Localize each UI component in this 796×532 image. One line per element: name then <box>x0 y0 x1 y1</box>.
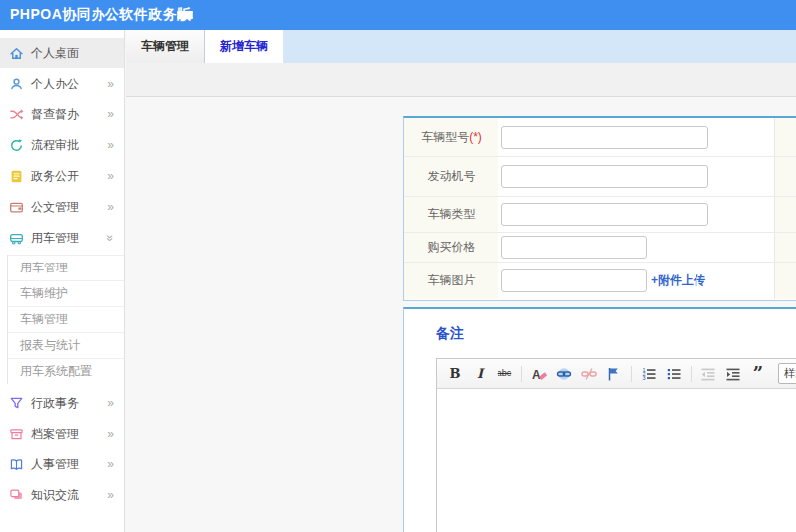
svg-text:A: A <box>532 367 541 381</box>
strike-icon: abc <box>498 369 512 378</box>
tab[interactable]: 新增车辆 <box>205 30 284 63</box>
sync-icon <box>9 138 24 153</box>
anchor-button[interactable] <box>604 365 624 383</box>
form-row: 购买价格 <box>404 233 796 263</box>
expand-arrow-icon <box>107 78 114 89</box>
sidebar-subitem[interactable]: 车辆维护 <box>8 280 124 306</box>
sidebar-item[interactable]: 人事管理 <box>0 449 124 479</box>
sidebar-item[interactable]: 个人办公 <box>0 69 124 98</box>
upload-attachment-link[interactable]: +附件上传 <box>651 272 705 289</box>
form-row: 发动机号 <box>404 157 796 197</box>
sidebar-subitem[interactable]: 用车管理 <box>8 255 124 280</box>
bus-icon <box>9 231 24 246</box>
expand-arrow-icon <box>107 170 114 182</box>
editor-content[interactable] <box>437 389 796 532</box>
menu-button[interactable] <box>177 6 197 24</box>
form-label-second-column <box>774 157 796 196</box>
sidebar-item-label: 档案管理 <box>31 426 79 443</box>
form-label: 车辆类型 <box>404 197 498 232</box>
book-icon <box>9 457 24 472</box>
sidebar-subitem-label: 报表与统计 <box>20 337 80 354</box>
form-label-second-column <box>774 197 796 232</box>
ordered-list-button[interactable]: 123 <box>639 365 659 383</box>
chat-icon <box>9 488 24 503</box>
unordered-list-button[interactable] <box>664 365 684 383</box>
strike-button[interactable]: abc <box>495 365 514 383</box>
form-input[interactable] <box>501 165 708 188</box>
sidebar-item[interactable]: 督查督办 <box>0 99 124 129</box>
home-icon <box>9 46 24 61</box>
notes-title: 备注 <box>436 325 796 343</box>
form-input-cell <box>498 197 774 232</box>
form-input[interactable] <box>501 236 647 259</box>
form-input-cell <box>498 157 774 196</box>
form-row: 车辆图片 +附件上传 <box>404 263 796 299</box>
italic-button[interactable]: I <box>470 365 490 383</box>
sidebar-item[interactable]: 档案管理 <box>0 419 124 448</box>
sidebar-subitem[interactable]: 车辆管理 <box>8 306 124 332</box>
sidebar-item-label: 督查督办 <box>31 106 79 123</box>
ordered-list-icon: 123 <box>641 366 657 382</box>
sidebar-subitem[interactable]: 用车系统配置 <box>8 358 124 384</box>
styles-dropdown[interactable]: 样式 ▾ <box>778 363 796 384</box>
expand-arrow-icon <box>107 397 114 409</box>
sidebar-item-label: 知识交流 <box>31 487 79 504</box>
unordered-list-icon <box>666 366 682 382</box>
notes-panel: 备注 B I abc <box>403 307 796 532</box>
sidebar-item-label: 个人办公 <box>31 76 79 92</box>
blockquote-icon: ” <box>753 370 763 378</box>
funnel-icon <box>9 396 24 411</box>
toolbar-separator <box>521 366 522 382</box>
expand-arrow-icon <box>107 201 114 213</box>
hamburger-icon <box>177 11 197 19</box>
sidebar-item[interactable]: 知识交流 <box>0 480 124 510</box>
expand-arrow-icon <box>107 489 114 501</box>
remove-format-icon: A <box>531 366 547 382</box>
sidebar-subitem-label: 用车系统配置 <box>20 363 92 380</box>
svg-text:3: 3 <box>643 375 646 381</box>
toolbar-separator <box>631 366 632 382</box>
archive-icon <box>9 427 24 442</box>
unlink-button[interactable] <box>579 365 599 383</box>
remove-format-button[interactable]: A <box>529 365 549 383</box>
expand-arrow-icon <box>107 458 114 470</box>
form-label: 发动机号 <box>404 157 498 196</box>
sidebar-subitem[interactable]: 报表与统计 <box>8 332 124 358</box>
app-title: PHPOA协同办公软件政务版 <box>10 6 192 24</box>
sidebar-item[interactable]: 行政事务 <box>0 388 124 418</box>
expand-arrow-icon <box>107 108 114 120</box>
form-label-second-column <box>774 263 796 299</box>
expand-arrow-icon <box>107 428 114 440</box>
sidebar-item-label: 流程审批 <box>31 137 79 154</box>
sidebar: 个人桌面 个人办公 督查督办 流程审批 政务公开 公文管理 <box>0 30 125 532</box>
toolbar-separator <box>691 366 692 382</box>
user-icon <box>9 77 24 91</box>
sidebar-subitem-label: 用车管理 <box>20 260 68 276</box>
app-header: PHPOA协同办公软件政务版 <box>0 0 796 30</box>
form-row: 车辆型号(*) <box>404 118 796 157</box>
sidebar-item[interactable]: 公文管理 <box>0 192 124 222</box>
form-row: 车辆类型 <box>404 197 796 233</box>
sidebar-item-label: 政务公开 <box>31 168 79 185</box>
sidebar-item[interactable]: 个人桌面 <box>0 38 124 68</box>
sidebar-item[interactable]: 政务公开 <box>0 161 124 191</box>
italic-icon: I <box>477 367 483 380</box>
form-input[interactable] <box>501 203 708 226</box>
form-label: 车辆型号(*) <box>404 118 498 156</box>
form-input[interactable] <box>501 269 647 292</box>
form-input[interactable] <box>501 126 708 149</box>
link-button[interactable] <box>554 365 574 383</box>
sidebar-item-label: 行政事务 <box>31 395 79 412</box>
vehicle-submenu: 用车管理 车辆维护 车辆管理 报表与统计 用车系统配置 <box>7 255 124 384</box>
indent-button[interactable] <box>723 365 743 383</box>
blockquote-button[interactable]: ” <box>748 365 768 383</box>
expand-arrow-icon <box>107 139 114 151</box>
shuffle-icon <box>9 107 24 122</box>
sidebar-item[interactable]: 流程审批 <box>0 130 124 160</box>
tab[interactable]: 车辆管理 <box>126 30 205 63</box>
outdent-button[interactable] <box>698 365 718 383</box>
required-mark: (*) <box>469 130 482 144</box>
indent-icon <box>725 366 741 382</box>
sidebar-item[interactable]: 用车管理 <box>0 223 124 253</box>
bold-button[interactable]: B <box>445 365 465 383</box>
